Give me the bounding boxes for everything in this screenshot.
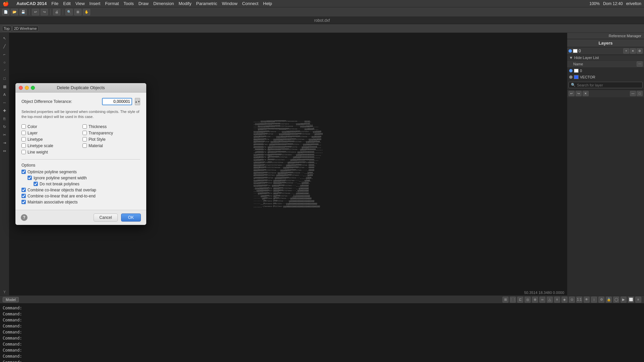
apple-menu[interactable]: 🍎 <box>3 1 9 7</box>
menu-dimension[interactable]: Dimension <box>153 1 174 6</box>
thickness-checkbox[interactable] <box>83 124 87 129</box>
layer-item-0[interactable]: 0 <box>567 68 644 74</box>
lockui-toggle[interactable]: 🔒 <box>606 297 612 303</box>
layers-bottom-btn2[interactable]: ↪ <box>576 91 582 96</box>
color-label[interactable]: Color <box>28 124 37 129</box>
tool-rotate[interactable]: ↻ <box>1 123 8 130</box>
hide-layer-list-toggle[interactable]: ▼ Hide Layer List <box>567 55 644 61</box>
selcycle-toggle[interactable]: ⊙ <box>569 297 575 303</box>
autoscale-toggle[interactable]: ↕ <box>591 297 597 303</box>
optimize-polyline-label[interactable]: Optimize polyline segments <box>28 170 77 174</box>
tool-move[interactable]: ✚ <box>1 107 8 114</box>
tool-circle[interactable]: ○ <box>1 59 8 66</box>
toolbar-undo[interactable]: ↩ <box>32 9 39 15</box>
view-mode-selector[interactable]: 2D Wireframe <box>12 26 39 31</box>
customizestatus-toggle[interactable]: ≡ <box>635 297 641 303</box>
view-top-selector[interactable]: Top <box>2 26 11 31</box>
combine-end-checkbox[interactable] <box>21 194 26 198</box>
maximize-window-btn[interactable] <box>31 86 35 90</box>
toolbar-save[interactable]: 💾 <box>19 9 27 15</box>
toolbar-zoom-window[interactable]: 🔍 <box>65 9 73 15</box>
delete-duplicate-dialog[interactable]: Delete Duplicate Objects Object Differen… <box>15 83 146 225</box>
menu-modify[interactable]: Modify <box>178 1 191 6</box>
option-optimize-polyline[interactable]: Optimize polyline segments <box>21 170 140 174</box>
tool-text[interactable]: A <box>1 91 8 98</box>
toolbar-print[interactable]: 🖨 <box>53 9 60 15</box>
layer-search-bar[interactable]: 🔍 <box>569 82 643 88</box>
checkbox-color[interactable]: Color <box>21 124 79 129</box>
no-break-label[interactable]: Do not break polylines <box>40 182 79 186</box>
tool-line[interactable]: ╱ <box>1 43 8 50</box>
option-combine-end-to-end[interactable]: Combine co-linear that are end-to-end <box>21 194 140 198</box>
menu-draw[interactable]: Draw <box>139 1 149 6</box>
isolateobj-toggle[interactable]: ◯ <box>613 297 619 303</box>
menu-format[interactable]: Format <box>105 1 119 6</box>
ok-button[interactable]: OK <box>121 214 141 222</box>
maintain-assoc-label[interactable]: Maintain associative objects <box>28 200 77 204</box>
combine-overlap-label[interactable]: Combine co-linear objects that overlap <box>28 188 96 192</box>
checkbox-thickness[interactable]: Thickness <box>83 124 140 129</box>
transparency-label[interactable]: Transparency <box>89 131 113 135</box>
workspace-toggle[interactable]: ⚙ <box>598 297 604 303</box>
combine-overlap-checkbox[interactable] <box>21 188 26 192</box>
snap-toggle[interactable]: ⊞ <box>502 297 508 303</box>
menu-view[interactable]: View <box>75 1 85 6</box>
layer-search-input[interactable] <box>577 83 640 87</box>
tool-mirror[interactable]: ⇔ <box>1 147 8 154</box>
tool-rectangle[interactable]: □ <box>1 75 8 82</box>
lineweight-label[interactable]: Line weight <box>28 150 48 155</box>
tool-extend[interactable]: ⇥ <box>1 139 8 146</box>
layer-new-btn[interactable]: + <box>623 48 629 54</box>
layer-delete-btn[interactable]: ✕ <box>630 48 636 54</box>
ignore-width-label[interactable]: Ignore polyline segment width <box>34 176 87 180</box>
ducs-toggle[interactable]: △ <box>547 297 553 303</box>
menu-connect[interactable]: Connect <box>242 1 258 6</box>
maintain-assoc-checkbox[interactable] <box>21 200 26 204</box>
tool-dimension[interactable]: ↔ <box>1 99 8 106</box>
menu-file[interactable]: File <box>51 1 58 6</box>
checkbox-plot-style[interactable]: Plot Style <box>83 137 140 142</box>
annotvisibility-toggle[interactable]: 👁 <box>584 297 590 303</box>
osnap-toggle[interactable]: ⊕ <box>532 297 538 303</box>
layers-bottom-btn3[interactable]: ✕ <box>583 91 589 96</box>
current-layer-color[interactable] <box>573 49 578 53</box>
lineweight-checkbox[interactable] <box>21 150 26 154</box>
toolbar-pan[interactable]: ✋ <box>83 9 90 15</box>
checkbox-layer[interactable]: Layer <box>21 131 79 135</box>
option-combine-overlap[interactable]: Combine co-linear objects that overlap <box>21 188 140 192</box>
menu-help[interactable]: Help <box>263 1 272 6</box>
checkbox-transparency[interactable]: Transparency <box>83 131 140 135</box>
hardwareaccel-toggle[interactable]: ▶ <box>621 297 627 303</box>
menu-window[interactable]: Window <box>222 1 237 6</box>
annotscale-toggle[interactable]: 1:1 <box>576 297 582 303</box>
cancel-button[interactable]: Cancel <box>94 214 117 222</box>
tool-polyline[interactable]: ⌐ <box>1 51 8 58</box>
otrack-toggle[interactable]: ∞ <box>539 297 545 303</box>
transparency-toggle[interactable]: ◈ <box>561 297 568 303</box>
ignore-width-checkbox[interactable] <box>28 176 32 180</box>
close-window-btn[interactable] <box>19 86 23 90</box>
grid-toggle[interactable]: ⋮⋮ <box>510 297 516 303</box>
optimize-polyline-checkbox[interactable] <box>21 170 26 174</box>
menu-insert[interactable]: Insert <box>90 1 101 6</box>
linetype-label[interactable]: Linetype <box>28 137 43 142</box>
toolbar-redo[interactable]: ↪ <box>41 9 48 15</box>
command-area[interactable]: Command: Command: Command: Command: Comm… <box>0 303 644 362</box>
checkbox-linetype[interactable]: Linetype <box>21 137 79 142</box>
toolbar-zoom-extents[interactable]: ⊞ <box>74 9 82 15</box>
minimize-window-btn[interactable] <box>25 86 29 90</box>
tool-trim[interactable]: ✂ <box>1 131 8 138</box>
model-tab-btn[interactable]: Model <box>3 297 19 302</box>
layer-settings-btn[interactable]: ⚙ <box>637 48 643 54</box>
transparency-checkbox[interactable] <box>83 131 87 135</box>
material-label[interactable]: Material <box>89 143 103 148</box>
layers-bottom-btn5[interactable]: □ <box>637 91 643 96</box>
material-checkbox[interactable] <box>83 143 87 148</box>
layer-label[interactable]: Layer <box>28 131 38 135</box>
layers-bottom-btn1[interactable]: ↩ <box>569 91 575 96</box>
layer-checkbox[interactable] <box>21 131 26 135</box>
combine-end-label[interactable]: Combine co-linear that are end-to-end <box>28 194 96 198</box>
color-checkbox[interactable] <box>21 124 26 129</box>
layer-item-vector[interactable]: VECTOR <box>567 74 644 80</box>
option-ignore-width[interactable]: Ignore polyline segment width <box>21 176 140 180</box>
